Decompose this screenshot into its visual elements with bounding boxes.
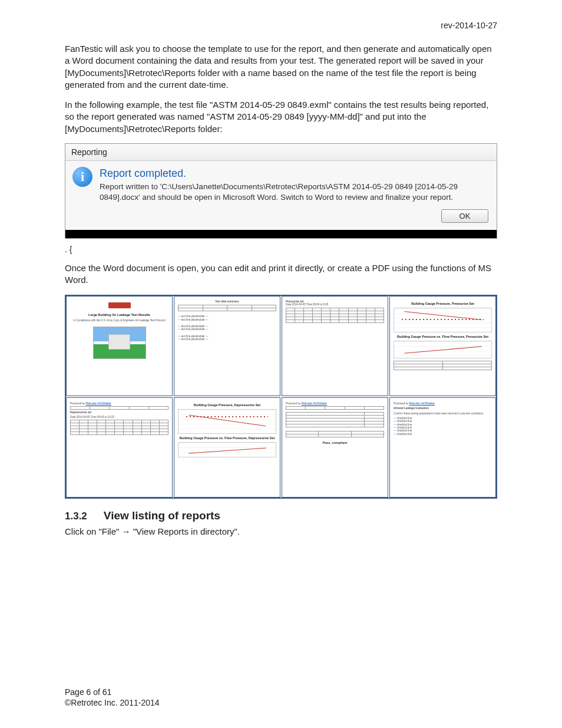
thumb-cover-sub: In Compliance with the U.S. Army Corp of… — [70, 319, 168, 322]
thumb-cover-title: Large Building Air Leakage Test Results — [70, 313, 168, 317]
press-table — [286, 308, 384, 323]
thumb6-h2: Building Gauge Pressure vs. Flow Pressur… — [178, 436, 276, 440]
thumb8-link: Retrotec Air/Shelter — [409, 401, 435, 405]
dialog-bottom-bar — [65, 230, 497, 238]
section-instruction: Click on "File" → "View Reports in direc… — [65, 526, 497, 538]
depress-hdr-table — [70, 406, 168, 410]
revision-label: rev-2014-10-27 — [65, 21, 497, 30]
result-hdr-table — [286, 406, 384, 410]
retrotec-logo — [108, 302, 131, 308]
stray-text: . { — [65, 245, 497, 254]
dialog-body-text: Report written to 'C:\Users\Janette\Docu… — [100, 182, 490, 202]
thumb-summary-heading: Test data summary — [178, 300, 276, 303]
thumb-depress-data: Produced by Retrotec Air/Shelter Depress… — [66, 397, 173, 498]
thumb5-heading: Depressurize set — [70, 411, 168, 414]
section-number: 1.3.2 — [65, 510, 87, 522]
para-example: In the following example, the test file … — [65, 99, 497, 135]
dialog-title: Reporting — [65, 144, 497, 161]
page-footer: Page 6 of 61 ©Retrotec Inc. 2011-2014 — [65, 687, 160, 708]
section-title: View listing of reports — [104, 509, 220, 522]
instr-post: "View Reports in directory". — [131, 526, 240, 536]
dialog-heading: Report completed. — [100, 167, 490, 180]
section-heading: 1.3.2 View listing of reports — [65, 509, 497, 522]
info-icon: i — [72, 167, 92, 187]
result-checks — [286, 412, 384, 427]
footer-copyright: ©Retrotec Inc. 2011-2014 — [65, 697, 160, 708]
arrow-icon: → — [122, 526, 131, 536]
cover-photo — [93, 327, 146, 359]
thumb-pressurize-charts: Building Gauge Pressure, Pressurize Set … — [389, 296, 496, 396]
thumb7-link: Retrotec Air/Shelter — [302, 401, 327, 405]
instr-pre: Click on "File" — [65, 526, 122, 536]
chart-press-1 — [394, 308, 492, 332]
chart-press-2 — [394, 341, 492, 358]
thumb8-heading: Infrared Leakage Evaluation — [394, 407, 492, 410]
thumb-summary: Test data summary — text line placeholde… — [174, 296, 280, 396]
thumb4-h2: Building Gauge Pressure vs. Flow Pressur… — [394, 335, 492, 338]
reporting-dialog: Reporting i Report completed. Report wri… — [65, 143, 497, 239]
para-after-dialog: Once the Word document is open, you can … — [65, 262, 497, 286]
summary-table — [178, 305, 276, 311]
thumb-pressurize-data: Pressurize set Date 2014-04-05 Time 09:0… — [282, 296, 388, 396]
thumb-cover: Large Building Air Leakage Test Results … — [66, 296, 173, 396]
thumb-depress-charts: Building Gauge Pressure, Depressurize Se… — [174, 397, 280, 498]
thumb4-h1: Building Gauge Pressure, Pressurize Set — [394, 302, 492, 305]
result-bottom — [286, 431, 384, 437]
depress-table — [70, 420, 168, 435]
report-thumbnails: Large Building Air Leakage Test Results … — [65, 295, 497, 499]
thumb-result: Produced by Retrotec Air/Shelter Pass, c… — [282, 397, 388, 498]
chart-depress-2 — [178, 442, 276, 457]
thumb6-h1: Building Gauge Pressure, Depressurize Se… — [178, 403, 276, 407]
pass-label: Pass, compliant — [286, 441, 384, 444]
thumb5-link: Retrotec Air/Shelter — [86, 401, 111, 405]
para-intro: FanTestic will ask you to choose the tem… — [65, 43, 497, 91]
param-table — [394, 361, 492, 370]
thumb-ir: Produced by Retrotec Air/Shelter Infrare… — [389, 397, 496, 498]
ok-button[interactable]: OK — [441, 209, 488, 223]
thumb8-sub: Confirm these testing preparations have … — [394, 412, 492, 415]
chart-depress-1 — [178, 409, 276, 434]
footer-page: Page 6 of 61 — [65, 687, 160, 697]
